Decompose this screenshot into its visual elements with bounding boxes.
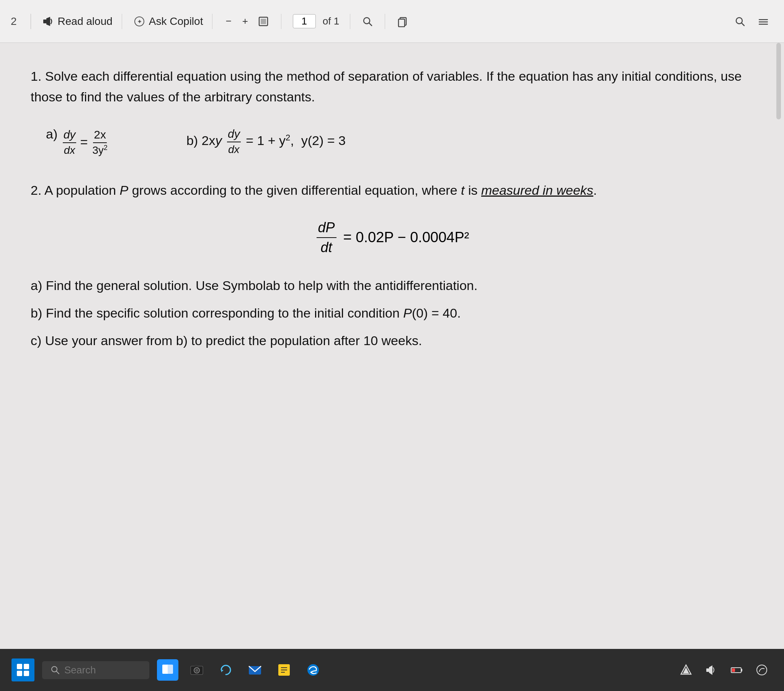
toolbar: 2 Read aloud ✦ Ask Copilot − + 1 of 1 (0, 0, 784, 43)
eq-a-num: dy (63, 128, 77, 143)
dPdt-equation: dP dt = 0.02P − 0.0004P² (31, 220, 753, 256)
svg-marker-1 (46, 17, 50, 26)
toolbar-separator-3 (281, 14, 282, 29)
eq-b-label: b) 2xy (186, 133, 222, 148)
refresh-icon (218, 662, 234, 678)
notification-icon[interactable] (751, 659, 772, 681)
fit-page-icon (257, 15, 270, 28)
subproblem-c: c) Use your answer from b) to predict th… (31, 330, 753, 352)
search-icon (362, 16, 373, 27)
more-options-icon (757, 15, 769, 28)
copy-icon (397, 16, 408, 27)
problem2-title: 2. A population P grows according to the… (31, 180, 753, 201)
dPdt-rhs: = 0.02P − 0.0004P² (343, 229, 469, 246)
subproblem-list: a) Find the general solution. Use Symbol… (31, 275, 753, 352)
svg-rect-32 (706, 668, 709, 672)
svg-marker-23 (221, 670, 224, 672)
measured-in-weeks: measured in weeks (481, 183, 593, 197)
svg-line-7 (369, 23, 372, 26)
toolbar-separator-2 (212, 14, 212, 29)
network-icon[interactable] (675, 659, 697, 681)
svg-line-16 (56, 671, 59, 674)
problem1-description: 1. Solve each differential equation usin… (31, 69, 741, 104)
taskbar-search-input[interactable] (64, 664, 133, 676)
zoom-in-button[interactable]: + (237, 13, 254, 30)
speaker-icon (42, 15, 54, 28)
ask-copilot-label: Ask Copilot (149, 15, 203, 28)
eq-a-lhs-frac: dy dx (63, 128, 77, 157)
svg-text:✦: ✦ (137, 18, 142, 25)
dPdt-frac: dP dt (316, 220, 336, 256)
dPdt-expression: dP dt = 0.02P − 0.0004P² (315, 220, 469, 256)
subproblem-a: a) Find the general solution. Use Symbol… (31, 275, 753, 297)
fit-page-button[interactable] (254, 14, 273, 29)
document-page: 1. Solve each differential equation usin… (0, 43, 784, 649)
taskbar-search-box[interactable] (42, 661, 149, 679)
system-tray (675, 659, 772, 681)
t-variable: t (461, 183, 464, 197)
taskbar-search-icon (50, 665, 61, 675)
ask-copilot-icon-btn[interactable]: ✦ (130, 14, 149, 29)
taskbar-refresh-icon[interactable] (215, 659, 237, 681)
svg-rect-18 (168, 665, 173, 674)
subproblem-b: b) Find the specific solution correspond… (31, 302, 753, 324)
equations-row: a) dy dx = 2x 3y2 b) 2xy dy (46, 127, 753, 157)
copilot-icon: ✦ (133, 16, 145, 27)
eq-a-equals: = (80, 135, 88, 150)
eq-a-rhs-den: 3y2 (92, 143, 108, 157)
page-number-input[interactable]: 1 (293, 14, 316, 28)
windows-icon (17, 664, 29, 676)
page-count: of 1 (323, 15, 339, 27)
toolbar-separator-5 (385, 14, 385, 29)
volume-icon[interactable] (700, 659, 722, 681)
taskbar-file-icon[interactable] (157, 659, 178, 681)
problem1-text: 1. Solve each differential equation usin… (31, 66, 753, 107)
eq-a-rhs-num: 2x (93, 128, 107, 143)
network-svg-icon (680, 663, 692, 676)
eq-a-den: dx (63, 143, 76, 157)
eq-a-label: a) (46, 127, 58, 141)
toolbar-right-section (730, 14, 773, 29)
toolbar-separator-4 (350, 14, 350, 29)
read-aloud-icon-btn[interactable] (38, 14, 58, 29)
battery-svg-icon (730, 663, 743, 676)
toolbar-separator-1 (122, 14, 122, 29)
zoom-out-button[interactable]: − (220, 13, 237, 30)
sticky-note-icon (277, 662, 292, 678)
volume-svg-icon (705, 663, 718, 676)
camera-icon (189, 662, 204, 678)
p-variable: P (120, 183, 128, 197)
search-right-button[interactable] (730, 14, 749, 29)
eq-a-rhs-frac: 2x 3y2 (92, 128, 108, 157)
svg-point-21 (195, 669, 198, 672)
svg-rect-35 (741, 669, 742, 671)
scroll-indicator[interactable] (776, 43, 781, 119)
content-area: 1. Solve each differential equation usin… (0, 43, 784, 649)
svg-rect-36 (732, 668, 735, 672)
copy-button[interactable] (393, 14, 412, 29)
more-options-button[interactable] (753, 14, 773, 29)
notification-svg-icon (755, 663, 768, 676)
search-right-icon (734, 16, 746, 27)
svg-marker-33 (709, 665, 712, 675)
taskbar-camera-icon[interactable] (186, 659, 208, 681)
search-toolbar-button[interactable] (358, 14, 377, 29)
toolbar-divider-1 (31, 14, 31, 29)
email-icon (247, 662, 263, 678)
taskbar-edge-icon[interactable] (302, 659, 324, 681)
start-button[interactable] (12, 658, 35, 681)
equation-a: a) dy dx = 2x 3y2 (46, 127, 110, 157)
equation-b: b) 2xy dy dx = 1 + y2, y(2) = 3 (186, 127, 346, 156)
taskbar-email-icon[interactable] (244, 659, 266, 681)
battery-icon[interactable] (726, 659, 747, 681)
svg-rect-13 (759, 21, 768, 23)
taskbar-yellow-icon[interactable] (273, 659, 295, 681)
svg-rect-12 (759, 19, 768, 20)
toolbar-page-num: 2 (11, 15, 17, 28)
svg-rect-9 (399, 19, 405, 27)
edge-icon (305, 662, 321, 678)
read-aloud-label: Read aloud (58, 15, 112, 28)
eq-b-rest: = 1 + y2, y(2) = 3 (246, 133, 346, 148)
taskbar (0, 649, 784, 691)
eq-a-expression: dy dx = 2x 3y2 (61, 128, 110, 157)
